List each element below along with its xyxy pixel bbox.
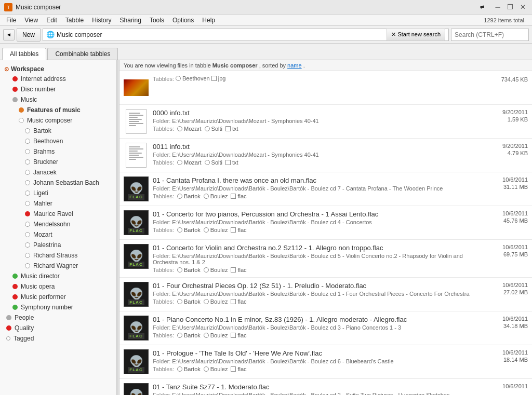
sidebar-item-bruckner[interactable]: Bruckner bbox=[0, 157, 116, 167]
sidebar-item-janacek[interactable]: Janacek bbox=[0, 167, 116, 178]
toolbar: ◄ New 🌐 Music composer ✕ Start new searc… bbox=[0, 26, 532, 44]
dot-icon bbox=[19, 118, 24, 123]
file-meta: 10/6/2011 45.76 MB bbox=[486, 210, 528, 224]
tab-combinable-tabbles[interactable]: Combinable tabbles bbox=[47, 48, 118, 60]
flac-thumb: 👽 FLAC bbox=[124, 282, 149, 307]
radio-icon bbox=[205, 126, 210, 131]
file-size: 45.76 MB bbox=[486, 217, 528, 224]
table-row[interactable]: 👽 FLAC 01 - Cantata Profana I. there was… bbox=[119, 172, 532, 206]
restore-button[interactable]: ❐ bbox=[505, 2, 515, 12]
sidebar-item-richard-wagner[interactable]: Richard Wagner bbox=[0, 261, 116, 271]
dot-icon bbox=[25, 190, 30, 196]
table-row[interactable]: Tabbles: Beethoven jpg 734.45 KB bbox=[119, 71, 532, 105]
table-row[interactable]: 👽 FLAC 01 - Piano Concerto No.1 in E min… bbox=[119, 311, 532, 345]
txt-thumb bbox=[126, 109, 147, 134]
menu-sharing[interactable]: Sharing bbox=[116, 16, 145, 25]
menu-history[interactable]: History bbox=[88, 16, 115, 25]
file-size: 31.11 MB bbox=[486, 184, 528, 190]
sidebar-item-brahms[interactable]: Brahms bbox=[0, 146, 116, 157]
radio-icon bbox=[205, 160, 210, 165]
menu-file[interactable]: File bbox=[2, 16, 20, 25]
file-info: 01 - Four Orchestral Pieces Op. 12 (Sz 5… bbox=[153, 282, 482, 305]
sidebar-item-disc-number[interactable]: Disc number bbox=[0, 84, 116, 94]
swap-icon[interactable]: ⇄ bbox=[477, 4, 487, 11]
table-row[interactable]: 👽 FLAC 01 - Prologue - 'The Tale Is Old'… bbox=[119, 345, 532, 379]
sidebar-item-ravel[interactable]: Maurice Ravel bbox=[0, 209, 116, 219]
tab-all-tabbles[interactable]: All tabbles bbox=[2, 48, 46, 60]
dot-icon bbox=[25, 128, 30, 133]
sidebar-item-music-director[interactable]: Music director bbox=[0, 271, 116, 281]
flac-thumb: 👽 FLAC bbox=[124, 210, 149, 235]
file-date: 9/20/2011 bbox=[486, 109, 528, 115]
menu-tools[interactable]: Tools bbox=[145, 16, 168, 25]
sidebar-item-quality[interactable]: Quality bbox=[0, 323, 116, 333]
minimize-button[interactable]: ─ bbox=[493, 2, 503, 12]
dot-icon bbox=[25, 253, 30, 258]
sidebar-item-features-of-music[interactable]: Features of music bbox=[0, 105, 116, 115]
table-row[interactable]: 0000 info.txt Folder: E:\Users\Maurizio\… bbox=[119, 105, 532, 139]
sidebar-item-palestrina[interactable]: Palestrina bbox=[0, 240, 116, 250]
table-row[interactable]: 👽 FLAC 01 - Four Orchestral Pieces Op. 1… bbox=[119, 278, 532, 311]
sidebar-item-people[interactable]: People bbox=[0, 312, 116, 323]
table-row[interactable]: 👽 FLAC 01 - Concerto for two pianos, Per… bbox=[119, 206, 532, 240]
sidebar-item-mahler[interactable]: Mahler bbox=[0, 198, 116, 209]
tabble-tag: Mozart bbox=[177, 159, 202, 166]
flac-label: FLAC bbox=[128, 299, 144, 305]
sidebar-item-tagged[interactable]: Tagged bbox=[0, 333, 116, 344]
image-thumb bbox=[124, 79, 149, 96]
sidebar-item-mendelssohn[interactable]: Mendelssohn bbox=[0, 219, 116, 229]
search-input[interactable] bbox=[451, 29, 529, 41]
sidebar-item-internet-address[interactable]: Internet address bbox=[0, 74, 116, 84]
file-name: 01 - Concerto for two pianos, Percussion… bbox=[153, 210, 482, 218]
file-name: 0011 info.txt bbox=[153, 143, 482, 151]
checkbox-icon bbox=[231, 267, 236, 273]
file-thumbnail: 👽 FLAC bbox=[124, 176, 149, 201]
radio-icon bbox=[177, 227, 182, 233]
start-search-button[interactable]: ✕ Start new search bbox=[387, 29, 445, 41]
sidebar-label: Mendelssohn bbox=[33, 221, 70, 228]
file-tabbles: Tabbles: Mozart Solti txt bbox=[153, 126, 482, 132]
sidebar-item-music[interactable]: Music bbox=[0, 94, 116, 105]
sidebar-item-richard-strauss[interactable]: Richard Strauss bbox=[0, 250, 116, 261]
table-row[interactable]: 👽 FLAC 01 - Concerto for Violin and Orch… bbox=[119, 240, 532, 278]
menu-tabble[interactable]: Tabble bbox=[61, 16, 88, 25]
file-folder: Folder: E:\Users\Maurizio\Downloads\Bart… bbox=[153, 392, 482, 395]
sidebar-item-johann[interactable]: Johann Sebastian Bach bbox=[0, 178, 116, 188]
table-row[interactable]: 👽 FLAC 01 - Tanz Suite Sz77 - 1. Moderat… bbox=[119, 379, 532, 395]
dot-icon bbox=[25, 211, 30, 216]
new-button[interactable]: New bbox=[17, 28, 41, 42]
sidebar-item-music-opera[interactable]: Music opera bbox=[0, 281, 116, 292]
sidebar-item-music-composer[interactable]: Music composer bbox=[0, 115, 116, 126]
sidebar-item-beethoven[interactable]: Beethoven bbox=[0, 136, 116, 146]
flac-label: FLAC bbox=[128, 262, 144, 267]
table-row[interactable]: 0011 info.txt Folder: E:\Users\Maurizio\… bbox=[119, 139, 532, 172]
menu-options[interactable]: Options bbox=[168, 16, 198, 25]
tabble-tag: flac bbox=[231, 298, 246, 305]
sidebar-item-music-performer[interactable]: Music performer bbox=[0, 292, 116, 302]
menu-view[interactable]: View bbox=[20, 16, 42, 25]
tabble-tag: Solti bbox=[205, 159, 222, 166]
dot-icon bbox=[25, 232, 30, 237]
sidebar-item-ligeti[interactable]: Ligeti bbox=[0, 188, 116, 198]
main-area: ⊙ Workspace Internet address Disc number… bbox=[0, 60, 532, 395]
file-folder: Folder: E:\Users\Maurizio\Downloads\Moza… bbox=[153, 118, 482, 124]
radio-icon bbox=[177, 267, 182, 273]
dot-icon bbox=[25, 139, 30, 144]
dot-icon bbox=[25, 263, 30, 268]
close-button[interactable]: ✕ bbox=[517, 2, 528, 12]
sidebar-item-bartok[interactable]: Bartok bbox=[0, 126, 116, 136]
radio-icon bbox=[177, 366, 182, 372]
file-info: 01 - Concerto for Violin and Orchestra n… bbox=[153, 244, 482, 273]
menu-edit[interactable]: Edit bbox=[42, 16, 61, 25]
tabble-tag: Boulez bbox=[204, 366, 228, 372]
sidebar-label: Internet address bbox=[21, 75, 66, 83]
back-button[interactable]: ◄ bbox=[3, 29, 15, 40]
sidebar-item-mozart[interactable]: Mozart bbox=[0, 229, 116, 240]
radio-icon bbox=[176, 76, 181, 81]
sidebar-label: Music opera bbox=[21, 283, 55, 290]
file-size: 1.59 KB bbox=[486, 116, 528, 122]
breadcrumb: 🌐 Music composer ✕ Start new search bbox=[43, 29, 449, 41]
sidebar-item-symphony-number[interactable]: Symphony number bbox=[0, 302, 116, 312]
status-sort-link[interactable]: name bbox=[287, 62, 302, 69]
menu-help[interactable]: Help bbox=[198, 16, 219, 25]
